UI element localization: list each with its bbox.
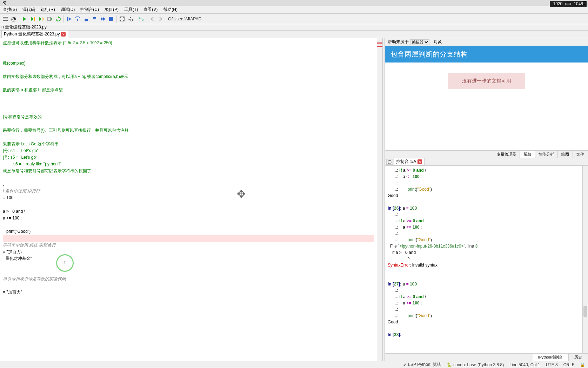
- debug-step-out-icon[interactable]: [91, 15, 98, 23]
- no-doc-message: 没有进一步的文档可用: [448, 73, 525, 89]
- svg-rect-0: [3, 17, 8, 18]
- svg-marker-6: [39, 17, 41, 21]
- svg-rect-1: [3, 19, 8, 19]
- tab-ipython-console[interactable]: IPython控制台: [533, 354, 569, 361]
- console-tab[interactable]: 控制台 1/A ✕: [394, 158, 425, 165]
- svg-rect-7: [42, 17, 42, 21]
- code-line: = 100: [3, 195, 374, 201]
- forward-icon[interactable]: [157, 15, 165, 23]
- menu-bar: 查找(S) 源代码 运行(R) 调试(D) 控制台(C) 项目(P) 工具(T)…: [0, 6, 588, 14]
- python-path-icon[interactable]: [138, 15, 145, 23]
- scroll-marker: [377, 42, 382, 44]
- code-line: 果要表示 Let's Go 这个字符串: [3, 141, 374, 147]
- code-line: a >= 0 and \: [3, 208, 374, 215]
- highlight-line: [3, 235, 374, 242]
- status-line-col: Line 5040, Col 1: [509, 362, 540, 367]
- debug-step-into-icon[interactable]: [74, 15, 81, 23]
- menu-help[interactable]: 帮助(H): [162, 6, 179, 13]
- maximize-icon[interactable]: [118, 15, 126, 23]
- code-line: 数(complex): [3, 60, 374, 67]
- svg-marker-10: [51, 18, 53, 20]
- code-line: 就是单引号和双引号都可以表示字符串的原因了: [3, 168, 374, 175]
- svg-marker-16: [93, 17, 96, 20]
- close-icon[interactable]: ✕: [61, 32, 66, 37]
- code-line: 点型也可以使用科学计数法表示 (2.5e2 = 2.5 x 10^2 = 250…: [3, 40, 374, 46]
- right-panel: 帮助来源于 编辑器 对象 包含两层判断的分支结构 没有进一步的文档可用 变量管理…: [385, 38, 588, 361]
- help-tabs: 变量管理器 帮助 性能分析 绘图 文件: [385, 150, 588, 158]
- menu-source[interactable]: 源代码: [21, 6, 36, 13]
- debug-continue-icon[interactable]: [99, 15, 107, 23]
- menu-debug[interactable]: 调试(D): [59, 6, 76, 13]
- help-source-select[interactable]: 编辑器: [410, 39, 429, 45]
- code-line: |号: s4 = "Let\'s go": [3, 147, 374, 154]
- run-selection-icon[interactable]: [46, 15, 54, 23]
- menu-console[interactable]: 控制台(C): [79, 6, 100, 13]
- status-lock-icon: 🔒: [580, 362, 585, 367]
- svg-rect-2: [3, 20, 8, 21]
- code-line: 单引号和双引号是等效的实验代码: [3, 276, 374, 282]
- console-tabbar: ▢ 控制台 1/A ✕: [385, 158, 588, 166]
- debug-step-over-icon[interactable]: [65, 15, 73, 23]
- toolbar: @ C:\Users\MIAPAD: [0, 14, 588, 24]
- title-text: .8): [1, 0, 6, 5]
- run-cell-advance-icon[interactable]: [38, 15, 45, 23]
- tab-variable-explorer[interactable]: 变量管理器: [493, 151, 520, 158]
- at-icon[interactable]: @: [10, 15, 18, 23]
- code-line: = "加百力": [3, 289, 374, 296]
- svg-marker-4: [31, 17, 34, 21]
- preferences-icon[interactable]: [127, 15, 134, 23]
- scrollbar-thumb[interactable]: [583, 306, 587, 317]
- console-output[interactable]: ...: if a >= 0 and \ ...: a <= 100 : ...…: [385, 166, 582, 353]
- rerun-icon[interactable]: [54, 15, 62, 23]
- run-file-icon[interactable]: [21, 15, 28, 23]
- code-line: = "加百力\: [3, 249, 374, 255]
- breadcrumb-text: n 量化编程基础-2023.py: [1, 24, 47, 30]
- svg-rect-12: [67, 17, 68, 21]
- close-icon[interactable]: ✕: [417, 159, 422, 164]
- breadcrumb: n 量化编程基础-2023.py: [0, 24, 588, 31]
- code-line: a <= 100 :: [3, 215, 374, 222]
- res-w: 1920: [553, 1, 563, 6]
- editor[interactable]: 点型也可以使用科学计数法表示 (2.5e2 = 2.5 x 10^2 = 250…: [0, 38, 382, 361]
- resolution-badge: 1920 ⊂⊃ 1048: [550, 1, 587, 7]
- scroll-marker: [377, 46, 382, 47]
- tab-files[interactable]: 文件: [573, 151, 588, 158]
- svg-marker-3: [23, 17, 26, 21]
- back-icon[interactable]: [148, 15, 156, 23]
- code-line: f 条件中使用 续行符: [3, 188, 374, 195]
- editor-scrollbar[interactable]: [377, 38, 382, 361]
- svg-marker-8: [43, 18, 44, 20]
- svg-marker-11: [58, 16, 59, 18]
- menu-run[interactable]: 运行(R): [39, 6, 56, 13]
- console-expand-icon[interactable]: ▢: [386, 159, 393, 165]
- console-area: ▢ 控制台 1/A ✕ ...: if a >= 0 and \ ...: a …: [385, 158, 588, 361]
- tab-help[interactable]: 帮助: [520, 151, 535, 158]
- tab-history[interactable]: 历史: [569, 354, 588, 361]
- move-cursor-icon: ✥: [237, 186, 246, 203]
- console-bottom-tabs: IPython控制台 历史: [385, 353, 588, 361]
- editor-options-icon[interactable]: ☰: [583, 1, 587, 6]
- menu-project[interactable]: 项目(P): [103, 6, 120, 13]
- tab-plots[interactable]: 绘图: [558, 151, 573, 158]
- code-content[interactable]: 点型也可以使用科学计数法表示 (2.5e2 = 2.5 x 10^2 = 250…: [0, 38, 377, 361]
- code-line: |号和双引号是等效的: [3, 114, 374, 120]
- debug-stop-icon[interactable]: [107, 15, 115, 23]
- status-lsp: ✔ LSP Python: 就绪: [403, 362, 441, 368]
- menu-tools[interactable]: 工具(T): [123, 6, 139, 13]
- status-eol: CRLF: [563, 362, 574, 367]
- run-cell-icon[interactable]: [29, 15, 37, 23]
- code-line: 数的实部 a 和虚部 b 都是浮点型: [3, 87, 374, 93]
- console-scrollbar[interactable]: [582, 166, 588, 353]
- code-line: 字符串中使用 斜杠 实现换行: [3, 242, 374, 249]
- editor-tab[interactable]: Python 量化编程基础-2023.py ✕: [1, 30, 68, 38]
- link-icon: ⊂⊃: [564, 1, 572, 6]
- help-header: 帮助来源于 编辑器 对象: [385, 38, 588, 46]
- debug-step-icon[interactable]: [82, 15, 90, 23]
- menu-search[interactable]: 查找(S): [1, 6, 18, 13]
- code-line: 果要换行，需要符号(\)。三引号则可以直接换行，并且可以包含注释: [3, 127, 374, 134]
- svg-marker-18: [103, 17, 105, 21]
- outline-icon[interactable]: [1, 15, 9, 23]
- help-title: 包含两层判断的分支结构: [385, 46, 588, 63]
- menu-view[interactable]: 查看(V): [142, 6, 159, 13]
- tab-profiler[interactable]: 性能分析: [535, 151, 558, 158]
